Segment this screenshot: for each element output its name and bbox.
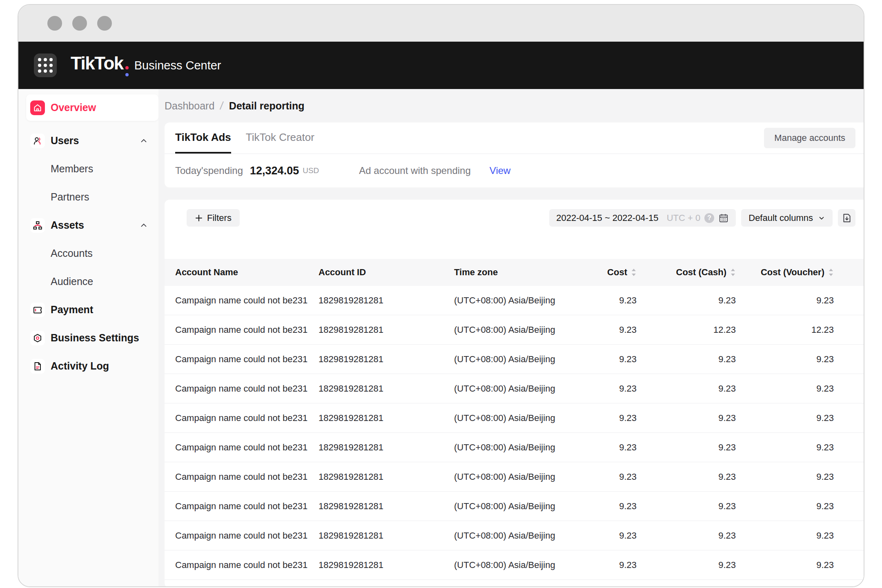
table-row[interactable]: Campaign name could not be231 1829819281… [165,374,864,403]
sidebar-item-users[interactable]: Users [18,127,158,155]
sidebar-item-label: Partners [51,191,89,203]
window-control-icon[interactable] [47,16,62,31]
sidebar-item-assets[interactable]: Assets [18,211,158,239]
table-row[interactable]: Campaign name could not be231 1829819281… [165,286,864,315]
sidebar-item-business-settings[interactable]: Business Settings [18,324,158,352]
report-card: Filters 2022-04-15 ~ 2022-04-15 UTC + 0 [165,200,864,587]
logo-colon-icon [125,66,129,76]
cell-account-id: 1829819281281 [318,295,454,306]
timezone-label: UTC + 0 [667,213,701,223]
columns-dropdown[interactable]: Default columns [741,209,833,227]
cell-cost: 9.23 [556,442,637,453]
cell-cost-voucher: 9.23 [736,501,834,512]
cell-account-id: 1829819281281 [318,413,454,423]
cell-time-zone: (UTC+08:00) Asia/Beijing [454,383,556,394]
cell-time-zone: (UTC+08:00) Asia/Beijing [454,530,556,541]
cell-cost-voucher: 9.23 [736,383,834,394]
table-row[interactable]: Campaign name could not be231 1829819281… [165,345,864,374]
table-row[interactable]: Campaign name could not be231 1829819281… [165,521,864,550]
plus-icon [195,214,203,222]
apps-grid-icon[interactable] [34,53,57,77]
column-header-cost-cash[interactable]: Cost (Cash) [637,267,736,278]
cell-cost-voucher: 9.23 [736,472,834,482]
cell-cost-cash: 9.23 [637,501,736,512]
business-center-label: Business Center [134,59,221,72]
sidebar-item-label: Overview [51,102,96,114]
cell-account-id: 1829819281281 [318,442,454,453]
breadcrumb-dashboard-link[interactable]: Dashboard [165,100,214,112]
table-row[interactable]: Campaign name could not be231 1829819281… [165,550,864,580]
column-header-account-name[interactable]: Account Name [165,267,318,278]
cell-cost-voucher: 9.23 [736,560,834,570]
report-table: Account Name Account ID Time zone Cost C… [165,259,864,580]
chevron-down-icon [818,214,825,222]
table-row[interactable]: Campaign name could not be231 1829819281… [165,315,864,345]
sidebar-item-audience[interactable]: Audience [18,267,158,296]
activity-log-icon [30,359,45,374]
home-icon [30,100,45,115]
app-window: TikTok Business Center Overview [18,4,864,587]
chevron-up-icon[interactable] [139,136,148,145]
cell-cost: 9.23 [556,383,637,394]
chevron-up-icon[interactable] [139,221,148,230]
window-control-icon[interactable] [72,16,87,31]
sidebar-item-partners[interactable]: Partners [18,183,158,211]
cell-cost: 9.23 [556,295,637,306]
spending-currency: USD [303,166,319,175]
sidebar-item-members[interactable]: Members [18,155,158,183]
column-header-cost[interactable]: Cost [556,267,637,278]
cell-account-id: 1829819281281 [318,383,454,394]
spending-row: Today'spending 12,324.05 USD Ad account … [165,154,864,187]
sidebar-item-label: Users [51,135,79,147]
sort-icon [631,268,637,277]
date-range-picker[interactable]: 2022-04-15 ~ 2022-04-15 UTC + 0 [549,209,736,227]
column-header-account-id[interactable]: Account ID [318,267,454,278]
export-icon [842,213,852,223]
cell-cost-cash: 12.23 [637,325,736,335]
sidebar: Overview Users [18,89,158,587]
cell-cost-cash: 9.23 [637,472,736,482]
table-row[interactable]: Campaign name could not be231 1829819281… [165,462,864,492]
manage-accounts-button[interactable]: Manage accounts [764,128,855,148]
cell-account-name: Campaign name could not be231 [165,413,318,423]
cell-cost-voucher: 9.23 [736,295,834,306]
sidebar-item-label: Assets [51,219,84,231]
export-button[interactable] [838,209,855,227]
sidebar-item-activity-log[interactable]: Activity Log [18,352,158,380]
cell-account-id: 1829819281281 [318,472,454,482]
cell-cost: 9.23 [556,501,637,512]
cell-cost-voucher: 9.23 [736,413,834,423]
cell-cost: 9.23 [556,560,637,570]
tiktok-wordmark: TikTok [71,53,123,74]
view-link[interactable]: View [490,165,511,176]
filters-button[interactable]: Filters [187,209,240,227]
date-range-value: 2022-04-15 ~ 2022-04-15 [556,213,658,223]
window-titlebar [18,5,864,42]
cell-account-id: 1829819281281 [318,560,454,570]
cell-time-zone: (UTC+08:00) Asia/Beijing [454,560,556,570]
tab-tiktok-ads[interactable]: TikTok Ads [175,122,231,154]
sidebar-item-payment[interactable]: Payment [18,296,158,324]
ad-account-with-spending-label: Ad account with spending [359,165,471,176]
table-row[interactable]: Campaign name could not be231 1829819281… [165,492,864,521]
table-row[interactable]: Campaign name could not be231 1829819281… [165,403,864,433]
cell-account-name: Campaign name could not be231 [165,354,318,365]
tab-tiktok-creator[interactable]: TikTok Creator [246,122,314,154]
cell-time-zone: (UTC+08:00) Asia/Beijing [454,413,556,423]
sidebar-item-accounts[interactable]: Accounts [18,239,158,267]
column-header-cost-voucher[interactable]: Cost (Voucher) [736,267,834,278]
help-icon[interactable] [704,213,714,223]
column-header-time-zone[interactable]: Time zone [454,267,556,278]
sidebar-item-overview[interactable]: Overview [26,94,158,121]
sidebar-item-label: Business Settings [51,332,139,344]
cell-cost-cash: 9.23 [637,413,736,423]
table-row[interactable]: Campaign name could not be231 1829819281… [165,433,864,462]
cell-account-name: Campaign name could not be231 [165,442,318,453]
cell-account-name: Campaign name could not be231 [165,295,318,306]
sidebar-item-label: Members [51,163,93,175]
cell-account-name: Campaign name could not be231 [165,501,318,512]
window-control-icon[interactable] [97,16,112,31]
cell-cost-cash: 9.23 [637,354,736,365]
cell-account-id: 1829819281281 [318,354,454,365]
cell-cost-cash: 9.23 [637,295,736,306]
